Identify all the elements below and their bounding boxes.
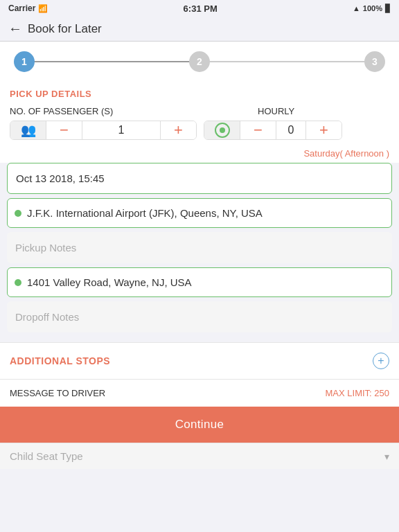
step-1: 1: [14, 51, 35, 72]
hourly-icon: [204, 121, 240, 139]
carrier-label: Carrier: [8, 3, 35, 13]
people-icon: 👥: [21, 123, 36, 138]
hourly-circle: [215, 123, 230, 138]
controls-row: 👥 − 1 + − 0 +: [10, 121, 389, 140]
hourly-dot: [220, 127, 225, 133]
passenger-count: 1: [82, 121, 160, 139]
dropoff-location-field[interactable]: 1401 Valley Road, Wayne, NJ, USA: [7, 267, 392, 297]
back-button[interactable]: ← Book for Later: [8, 21, 102, 37]
hourly-label: HOURLY: [251, 106, 389, 116]
dropoff-location-dot: [15, 279, 21, 286]
message-driver-label: MESSAGE TO DRIVER: [10, 388, 105, 398]
status-right: ▲ 100% ▊: [353, 4, 391, 13]
pickup-location-dot: [15, 210, 21, 217]
dropoff-notes-field[interactable]: Dropoff Notes: [7, 301, 392, 332]
datetime-field[interactable]: Oct 13 2018, 15:45: [7, 163, 392, 194]
progress-track: 1 2 3: [14, 51, 385, 72]
step-2: 2: [189, 51, 210, 72]
passenger-label: NO. OF PASSENGER (S): [10, 106, 251, 116]
chevron-down-icon: ▾: [384, 451, 389, 462]
nav-title: Book for Later: [28, 22, 102, 36]
message-to-driver-row: MESSAGE TO DRIVER MAX LIMIT: 250: [0, 379, 399, 407]
battery-label: 100%: [363, 4, 382, 12]
passenger-row: NO. OF PASSENGER (S) HOURLY 👥 − 1 +: [0, 102, 399, 147]
day-label: Saturday( Afternoon ): [0, 147, 399, 163]
status-time: 6:31 PM: [184, 3, 218, 14]
step-3: 3: [364, 51, 385, 72]
bottom-section: Child Seat Type ▾: [0, 443, 399, 469]
pickup-location-text: J.F.K. International Airport (JFK), Quee…: [27, 207, 263, 219]
signal-icon: ▲: [353, 4, 360, 12]
section-spacer: [0, 337, 399, 342]
pickup-details-header: PICK UP DETAILS: [0, 82, 399, 102]
message-limit-label: MAX LIMIT: 250: [326, 388, 389, 398]
step-dots: 1 2 3: [14, 51, 385, 72]
status-carrier: Carrier 📶: [8, 3, 48, 13]
hourly-decrease-button[interactable]: −: [240, 121, 276, 139]
passenger-increase-button[interactable]: +: [160, 121, 196, 139]
hourly-counter: − 0 +: [204, 121, 342, 140]
child-seat-row[interactable]: Child Seat Type ▾: [10, 450, 389, 462]
passenger-counter: 👥 − 1 +: [10, 121, 197, 140]
wifi-icon: 📶: [38, 4, 48, 13]
datetime-value: Oct 13 2018, 15:45: [16, 172, 105, 184]
status-bar: Carrier 📶 6:31 PM ▲ 100% ▊: [0, 0, 399, 17]
additional-stops-label: ADDITIONAL STOPS: [10, 355, 110, 366]
pickup-notes-field[interactable]: Pickup Notes: [7, 232, 392, 263]
nav-bar: ← Book for Later: [0, 17, 399, 42]
pickup-notes-text: Pickup Notes: [15, 242, 76, 254]
dropoff-notes-text: Dropoff Notes: [15, 311, 79, 323]
dropoff-location-text: 1401 Valley Road, Wayne, NJ, USA: [27, 276, 192, 288]
child-seat-label: Child Seat Type: [10, 450, 83, 462]
field-labels: NO. OF PASSENGER (S) HOURLY: [10, 106, 389, 116]
pickup-location-field[interactable]: J.F.K. International Airport (JFK), Quee…: [7, 198, 392, 228]
progress-bar: 1 2 3: [0, 42, 399, 82]
back-arrow-icon: ←: [8, 21, 22, 37]
passenger-decrease-button[interactable]: −: [46, 121, 82, 139]
passenger-icon: 👥: [10, 121, 46, 139]
hourly-increase-button[interactable]: +: [305, 121, 342, 139]
continue-button[interactable]: Continue: [0, 407, 399, 443]
additional-stops-row: ADDITIONAL STOPS +: [0, 342, 399, 379]
add-stop-button[interactable]: +: [373, 353, 389, 369]
battery-icon: ▊: [385, 4, 391, 13]
hourly-count: 0: [276, 121, 305, 139]
